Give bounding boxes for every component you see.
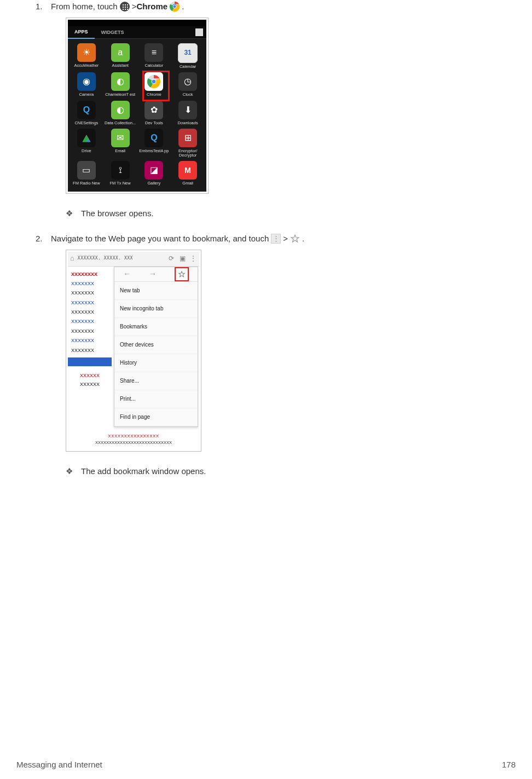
app-label: CNESettings <box>74 121 98 125</box>
app-icon: ◐ <box>111 101 130 119</box>
menu-item-find-in-page[interactable]: Find in page <box>114 408 198 426</box>
app-icon: ◷ <box>178 72 197 91</box>
app-label: Email <box>115 149 125 153</box>
step-1-text-pre: From home, touch <box>51 0 118 13</box>
app-icon <box>77 129 96 147</box>
app-camera[interactable]: ◉Camera <box>70 72 103 97</box>
app-label: Camera <box>79 93 94 97</box>
app-accuweather[interactable]: ☀AccuWeather <box>70 43 103 69</box>
nav-forward-icon[interactable]: → <box>149 268 157 280</box>
tab-widgets[interactable]: WIDGETS <box>95 26 131 38</box>
app-label: Gmail <box>182 181 193 186</box>
footer-page-number: 178 <box>502 760 516 769</box>
app-label: AccuWeather <box>74 64 99 68</box>
app-icon: Q <box>77 101 96 119</box>
note-bookmark-window-opens: The add bookmark window opens. <box>66 465 516 478</box>
app-icon: ▭ <box>77 161 96 180</box>
app-calculator[interactable]: ≡Calculator <box>138 43 171 69</box>
app-label: EmbmsTestA pp <box>139 149 169 153</box>
app-dev-tools[interactable]: ✿Dev Tools <box>138 101 171 125</box>
app-label: Calendar <box>180 65 196 69</box>
app-label: Downloads <box>178 121 198 125</box>
chrome-overflow-menu: ← → New tabNew incognito tabBookmarksOth… <box>114 267 198 427</box>
menu-dots-icon <box>270 233 281 244</box>
svg-point-4 <box>147 75 160 88</box>
apps-icon <box>119 1 130 12</box>
app-gmail[interactable]: MGmail <box>171 161 204 186</box>
app-fm-tx-new[interactable]: ⟟FM Tx New <box>104 161 137 186</box>
app-label: Chrome <box>147 93 161 97</box>
svg-point-3 <box>174 5 176 8</box>
menu-item-history[interactable]: History <box>114 354 198 372</box>
app-label: Gallery <box>147 181 160 186</box>
url-field[interactable]: XXXXXXX. XXXXX. XXX <box>78 255 164 262</box>
app-fm-radio-new[interactable]: ▭FM Radio New <box>70 161 103 186</box>
footer-blktext: XXXXXXXXXXXXXXXXXXXXXXXXXXXX <box>68 440 199 446</box>
step-number-2: 2. <box>36 232 51 245</box>
app-label: Clock <box>183 93 193 97</box>
app-clock[interactable]: ◷Clock <box>171 72 204 97</box>
menu-item-new-incognito-tab[interactable]: New incognito tab <box>114 300 198 318</box>
app-icon: Q <box>144 129 163 147</box>
app-label: Assistant <box>112 64 128 68</box>
svg-point-6 <box>152 80 156 84</box>
menu-item-print-[interactable]: Print... <box>114 390 198 408</box>
app-encryptor-decryptor[interactable]: ⊞Encryptor/ Decryptor <box>171 129 204 158</box>
app-assistant[interactable]: aAssistant <box>104 43 137 69</box>
reload-icon[interactable]: ⟳ <box>167 253 175 264</box>
app-icon: ✉ <box>111 129 130 147</box>
home-icon[interactable]: ⌂ <box>70 253 74 264</box>
chrome-addressbar: ⌂ XXXXXXX. XXXXX. XXX ⟳ ▣ ⋮ <box>68 252 199 267</box>
nav-back-icon[interactable]: ← <box>123 268 131 280</box>
app-icon: ⟟ <box>111 161 130 180</box>
star-icon <box>290 233 300 244</box>
page-content-preview: XXXXXXXX XXXXXXX XXXXXXX XXXXXXX XXXXXXX… <box>68 267 112 431</box>
chrome-icon <box>169 1 180 12</box>
app-icon: a <box>111 43 130 62</box>
step-1-period: . <box>182 0 184 13</box>
menu-item-bookmarks[interactable]: Bookmarks <box>114 318 198 336</box>
tabs-icon[interactable]: ▣ <box>178 253 186 264</box>
bookmark-star-icon[interactable] <box>175 267 189 281</box>
app-label: Calculator <box>144 64 163 68</box>
app-downloads[interactable]: ⬇Downloads <box>171 101 204 125</box>
step-2-text-b: > <box>283 232 288 245</box>
app-icon: ⬇ <box>178 101 197 119</box>
note-browser-opens: The browser opens. <box>66 207 516 220</box>
app-icon: M <box>178 161 197 180</box>
app-drive[interactable]: Drive <box>70 129 103 158</box>
app-icon: ◐ <box>111 72 130 91</box>
app-chameleont-est[interactable]: ◐ChameleonT est <box>104 72 137 97</box>
menu-item-new-tab[interactable]: New tab <box>114 282 198 300</box>
app-label: Drive <box>82 149 91 153</box>
step-number-1: 1. <box>36 0 51 13</box>
app-data-collection-[interactable]: ◐Data Collection... <box>104 101 137 125</box>
app-embmstesta-pp[interactable]: QEmbmsTestA pp <box>138 129 171 158</box>
app-label: FM Tx New <box>110 181 131 186</box>
app-icon <box>144 72 163 91</box>
tab-apps[interactable]: APPS <box>68 26 95 39</box>
app-icon: ◪ <box>144 161 163 180</box>
app-icon: ⊞ <box>178 129 197 147</box>
app-icon: 31 <box>178 43 198 63</box>
svg-point-5 <box>152 79 157 84</box>
app-label: ChameleonT est <box>105 93 135 97</box>
overflow-menu-icon[interactable]: ⋮ <box>189 253 197 264</box>
app-email[interactable]: ✉Email <box>104 129 137 158</box>
app-icon: ≡ <box>144 43 163 62</box>
app-label: Data Collection... <box>105 121 136 125</box>
menu-item-other-devices[interactable]: Other devices <box>114 336 198 354</box>
step-2-text-c: . <box>302 232 304 245</box>
app-chrome[interactable]: Chrome <box>138 72 171 97</box>
app-label: Encryptor/ Decryptor <box>171 149 204 158</box>
play-store-icon[interactable] <box>195 28 203 36</box>
app-cnesettings[interactable]: QCNESettings <box>70 101 103 125</box>
screenshot-chrome-menu: ⌂ XXXXXXX. XXXXX. XXX ⟳ ▣ ⋮ XXXXXXXX XXX… <box>66 250 201 452</box>
app-label: Dev Tools <box>145 121 163 125</box>
footer-redtext: XXXXXXXXXXXXXXXX <box>68 433 199 440</box>
menu-item-share-[interactable]: Share... <box>114 372 198 390</box>
app-calendar[interactable]: 31Calendar <box>171 43 204 69</box>
app-icon: ✿ <box>144 101 163 119</box>
step-1: 1. From home, touch > Chrome . APPS WIDG <box>36 0 516 220</box>
app-gallery[interactable]: ◪Gallery <box>138 161 171 186</box>
